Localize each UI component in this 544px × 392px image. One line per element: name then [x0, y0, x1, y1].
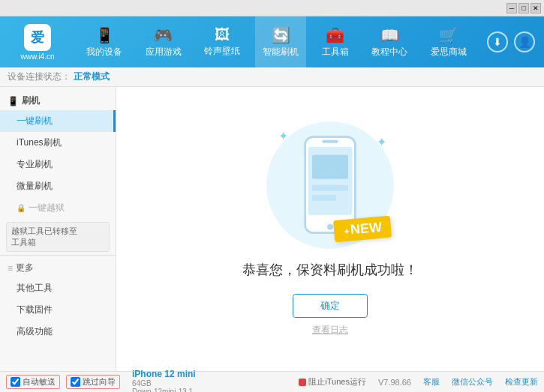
sidebar-divider [0, 255, 116, 256]
flash-section-icon: 📱 [8, 96, 19, 106]
check-update-link[interactable]: 检查更新 [505, 376, 538, 388]
success-message: 恭喜您，保资料刷机成功啦！ [242, 261, 418, 279]
sidebar-item-one-key-flash[interactable]: 一键刷机 [0, 110, 116, 132]
device-model: Down-12mini-13.1 [132, 388, 196, 393]
sidebar: 📱 刷机 一键刷机 iTunes刷机 专业刷机 微量刷机 🔒 一键越狱 越狱工具… [0, 87, 116, 371]
sidebar-item-download-fw[interactable]: 下载固件 [0, 299, 116, 321]
sidebar-more-header: ≡ 更多 [0, 259, 116, 277]
nav-apps-games-label: 应用游戏 [146, 46, 182, 58]
itunes-status: 阻止iTunes运行 [299, 376, 366, 388]
nav-toolbox-label: 工具箱 [322, 46, 349, 58]
sparkle-top-left-icon: ✦ [278, 129, 288, 143]
bottom-bar: 自动敏送 跳过向导 iPhone 12 mini 64GB Down-12min… [0, 371, 544, 392]
apps-games-icon: 🎮 [154, 26, 173, 44]
logo-area: 爱 www.i4.cn [0, 24, 75, 61]
sidebar-item-advanced[interactable]: 高级功能 [0, 321, 116, 343]
logo-site: www.i4.cn [20, 52, 54, 61]
nav-toolbox[interactable]: 🧰 工具箱 [314, 16, 356, 67]
nav-wallpaper[interactable]: 🖼 铃声壁纸 [197, 16, 248, 67]
phone-circle: ✦ ✦ NEW [266, 121, 394, 249]
success-illustration: ✦ ✦ NEW [266, 121, 394, 249]
version-label: V7.98.66 [378, 378, 411, 387]
sidebar-item-pro-flash[interactable]: 专业刷机 [0, 154, 116, 175]
auto-send-input[interactable] [11, 377, 20, 387]
confirm-button[interactable]: 确定 [293, 294, 368, 318]
sidebar-note-line2: 工具箱 [11, 237, 104, 248]
skip-wizard-input[interactable] [71, 377, 80, 387]
svg-point-3 [327, 224, 333, 230]
nav-wallpaper-label: 铃声壁纸 [204, 45, 240, 58]
more-equals-icon: ≡ [8, 263, 13, 274]
tutorials-icon: 📖 [380, 26, 399, 44]
close-button[interactable]: ✕ [530, 3, 541, 13]
sparkle-top-right-icon: ✦ [377, 135, 386, 149]
content-area: ✦ ✦ NEW 恭喜您，保资料刷机成功啦！ 确定 查看日志 [116, 87, 544, 371]
stop-icon [299, 379, 306, 386]
lock-icon: 🔒 [17, 204, 26, 212]
logo-icon: 爱 [24, 24, 51, 51]
nav-right: ⬇ 👤 [478, 31, 544, 52]
auto-send-checkbox[interactable]: 自动敏送 [6, 375, 60, 389]
device-storage: 64GB [132, 379, 196, 388]
bottom-left: 自动敏送 跳过向导 iPhone 12 mini 64GB Down-12min… [6, 369, 299, 393]
main-layout: 📱 刷机 一键刷机 iTunes刷机 专业刷机 微量刷机 🔒 一键越狱 越狱工具… [0, 87, 544, 371]
status-bar: 设备连接状态： 正常模式 [0, 67, 544, 87]
shop-icon: 🛒 [439, 26, 458, 44]
toolbox-icon: 🧰 [326, 26, 344, 44]
sidebar-item-itunes-flash[interactable]: iTunes刷机 [0, 132, 116, 154]
sidebar-item-jailbreak: 🔒 一键越狱 [0, 197, 116, 219]
svg-rect-6 [312, 195, 336, 201]
customer-service-link[interactable]: 客服 [423, 376, 440, 388]
sidebar-note-line1: 越狱工具已转移至 [11, 226, 104, 237]
status-label: 设备连接状态： [8, 70, 71, 83]
header: 爱 www.i4.cn 📱 我的设备 🎮 应用游戏 🖼 铃声壁纸 🔄 智能刷机 … [0, 16, 544, 67]
device-info: iPhone 12 mini 64GB Down-12mini-13.1 [132, 369, 196, 393]
svg-rect-5 [312, 185, 348, 191]
title-bar: ─ □ ✕ [0, 0, 544, 16]
smart-flash-icon: 🔄 [272, 26, 290, 44]
account-button[interactable]: 👤 [514, 31, 535, 52]
wechat-link[interactable]: 微信公众号 [452, 376, 493, 388]
new-badge: NEW [333, 216, 392, 243]
my-device-icon: 📱 [95, 26, 114, 44]
nav-tutorials-label: 教程中心 [371, 46, 407, 58]
svg-rect-2 [322, 140, 338, 143]
nav-apps-games[interactable]: 🎮 应用游戏 [138, 16, 189, 67]
nav-shop[interactable]: 🛒 爱思商城 [423, 16, 474, 67]
skip-wizard-checkbox[interactable]: 跳过向导 [66, 375, 120, 389]
wallpaper-icon: 🖼 [215, 26, 230, 43]
bottom-right: 阻止iTunes运行 V7.98.66 客服 微信公众号 检查更新 [299, 376, 538, 388]
device-name: iPhone 12 mini [132, 369, 196, 379]
flash-section-label: 刷机 [22, 94, 40, 107]
nav-my-device-label: 我的设备 [86, 46, 122, 58]
sidebar-item-micro-flash[interactable]: 微量刷机 [0, 175, 116, 197]
sidebar-item-other-tools[interactable]: 其他工具 [0, 277, 116, 299]
download-button[interactable]: ⬇ [487, 31, 508, 52]
sidebar-flash-section: 📱 刷机 [0, 90, 116, 110]
view-log-link[interactable]: 查看日志 [312, 324, 348, 337]
svg-rect-4 [312, 155, 348, 179]
status-value: 正常模式 [74, 70, 110, 83]
maximize-button[interactable]: □ [518, 3, 529, 13]
minimize-button[interactable]: ─ [506, 3, 517, 13]
nav-smart-flash[interactable]: 🔄 智能刷机 [255, 16, 306, 67]
nav-my-device[interactable]: 📱 我的设备 [79, 16, 130, 67]
nav-tutorials[interactable]: 📖 教程中心 [364, 16, 415, 67]
nav-shop-label: 爱思商城 [431, 46, 467, 58]
sidebar-note-box: 越狱工具已转移至 工具箱 [6, 222, 110, 252]
window-controls[interactable]: ─ □ ✕ [506, 3, 541, 13]
nav-smart-flash-label: 智能刷机 [263, 46, 299, 58]
nav-items: 📱 我的设备 🎮 应用游戏 🖼 铃声壁纸 🔄 智能刷机 🧰 工具箱 📖 教程中心… [75, 16, 478, 67]
